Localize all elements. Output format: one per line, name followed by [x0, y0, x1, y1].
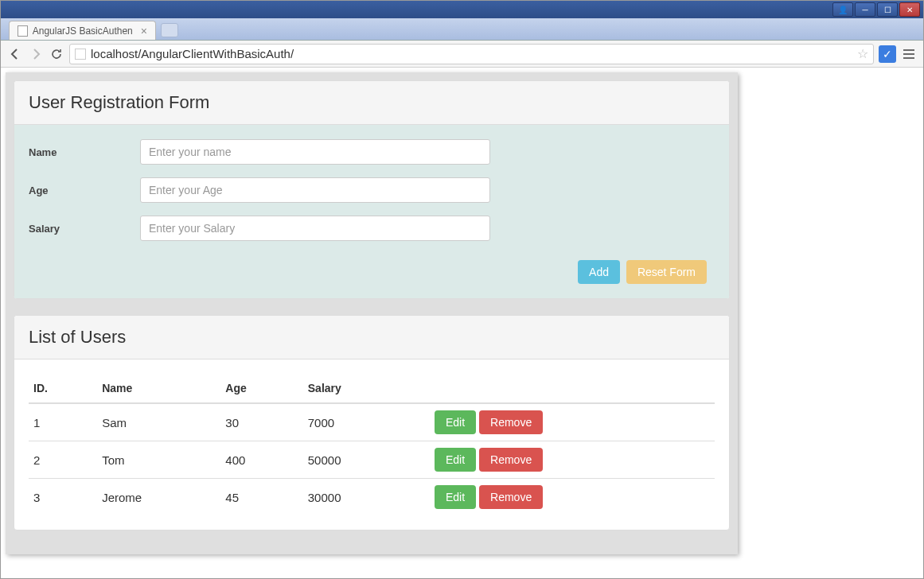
registration-body: Name Age Salary Add Reset Form [14, 125, 729, 298]
form-row-name: Name [29, 139, 715, 165]
form-actions: Add Reset Form [29, 260, 715, 284]
users-list-panel: List of Users ID. Name Age Salary [14, 315, 730, 530]
add-button[interactable]: Add [578, 260, 620, 284]
edit-button[interactable]: Edit [435, 448, 476, 472]
name-input[interactable] [140, 139, 490, 165]
browser-tab[interactable]: AngularJS BasicAuthenica × [9, 21, 156, 40]
col-header-id: ID. [29, 374, 97, 403]
close-tab-icon[interactable]: × [141, 25, 147, 37]
hamburger-menu-icon[interactable] [901, 46, 917, 62]
cell-age: 30 [220, 403, 302, 441]
table-header-row: ID. Name Age Salary [29, 374, 715, 403]
back-button[interactable] [7, 46, 23, 62]
edit-button[interactable]: Edit [435, 410, 476, 434]
cell-salary: 50000 [303, 441, 427, 479]
user-icon[interactable]: 👤 [832, 2, 853, 17]
table-row: 2Tom40050000EditRemove [29, 441, 715, 479]
page-viewport[interactable]: User Registration Form Name Age Salary [1, 68, 923, 578]
cell-id: 2 [29, 441, 97, 479]
cell-salary: 30000 [303, 479, 427, 516]
registration-panel: User Registration Form Name Age Salary [14, 80, 730, 299]
page-icon [18, 25, 28, 37]
maximize-button[interactable]: ☐ [877, 2, 898, 17]
col-header-salary: Salary [303, 374, 427, 403]
minimize-button[interactable]: ─ [855, 2, 875, 17]
col-header-actions [427, 374, 715, 403]
users-list-heading: List of Users [14, 316, 729, 359]
cell-name: Sam [97, 403, 220, 441]
cell-name: Jerome [97, 479, 220, 516]
label-salary: Salary [29, 223, 140, 235]
form-row-age: Age [29, 177, 715, 203]
remove-button[interactable]: Remove [479, 410, 543, 434]
page-container: User Registration Form Name Age Salary [6, 72, 738, 554]
tab-strip: AngularJS BasicAuthenica × [1, 18, 923, 41]
registration-heading: User Registration Form [14, 81, 729, 125]
form-row-salary: Salary [29, 216, 715, 241]
cell-id: 1 [29, 403, 97, 441]
remove-button[interactable]: Remove [479, 485, 543, 509]
col-header-age: Age [220, 374, 302, 403]
reset-form-button[interactable]: Reset Form [626, 260, 707, 284]
table-row: 3Jerome4530000EditRemove [29, 479, 715, 516]
cell-id: 3 [29, 479, 97, 516]
reload-button[interactable] [49, 46, 64, 62]
extension-icon[interactable]: ✓ [879, 45, 896, 63]
cell-age: 45 [220, 479, 302, 516]
col-header-name: Name [97, 374, 220, 403]
cell-age: 400 [220, 441, 302, 479]
users-list-body: ID. Name Age Salary 1Sam307000EditRemove… [14, 359, 729, 530]
tab-title: AngularJS BasicAuthenica [33, 25, 133, 37]
age-input[interactable] [140, 177, 490, 203]
cell-actions: EditRemove [427, 441, 715, 479]
site-icon [75, 49, 86, 60]
browser-toolbar: ☆ ✓ [1, 41, 923, 68]
url-input[interactable] [91, 47, 852, 60]
edit-button[interactable]: Edit [435, 485, 476, 509]
label-age: Age [29, 185, 140, 196]
label-name: Name [29, 146, 140, 158]
cell-salary: 7000 [303, 403, 427, 441]
cell-actions: EditRemove [427, 403, 715, 441]
close-window-button[interactable]: ✕ [899, 2, 920, 17]
salary-input[interactable] [140, 216, 490, 241]
new-tab-button[interactable] [161, 23, 178, 37]
cell-actions: EditRemove [427, 479, 715, 516]
table-row: 1Sam307000EditRemove [29, 403, 715, 441]
users-table: ID. Name Age Salary 1Sam307000EditRemove… [29, 374, 715, 515]
browser-window: 👤 ─ ☐ ✕ AngularJS BasicAuthenica × ☆ ✓ [0, 0, 924, 579]
window-titlebar: 👤 ─ ☐ ✕ [1, 1, 923, 18]
cell-name: Tom [97, 441, 220, 479]
remove-button[interactable]: Remove [479, 448, 543, 472]
address-bar[interactable]: ☆ [69, 44, 874, 64]
forward-button[interactable] [28, 46, 44, 62]
bookmark-star-icon[interactable]: ☆ [857, 46, 868, 61]
